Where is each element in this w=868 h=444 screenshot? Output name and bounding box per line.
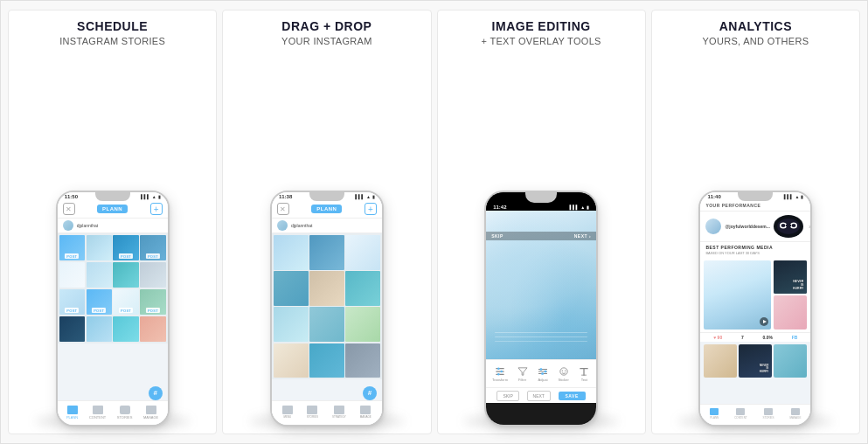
svg-rect-15	[786, 225, 791, 226]
tool-sticker[interactable]: Sticker	[558, 366, 570, 382]
adjust-label: Adjust	[538, 378, 548, 382]
grid-cell-6[interactable]	[87, 262, 112, 288]
nav-item-strategy[interactable]: STRATEGY	[332, 406, 346, 419]
dd-cell-4[interactable]	[274, 271, 309, 306]
dd-cell-2[interactable]	[309, 235, 344, 270]
grid-cell-9[interactable]: POST	[59, 289, 85, 315]
dd-cell-8[interactable]	[309, 307, 344, 342]
analytics-bottom-grid: NEVERISHURRY	[700, 342, 810, 380]
wifi-icon-2: ▲	[366, 194, 371, 199]
tool-adjust[interactable]: Adjust	[537, 366, 549, 382]
post-label: POST	[92, 308, 106, 313]
phone-screen-3: 11:42 ▌▌▌ ▲ ▮	[486, 192, 596, 425]
nav-item-stories[interactable]: STORIES	[117, 406, 133, 420]
grid-cell-2[interactable]	[87, 235, 112, 260]
tool-text[interactable]: Text	[578, 366, 590, 382]
analytics-media-row: NEVER IS HURRY	[700, 258, 810, 332]
nav-item-manage[interactable]: MANAGE	[143, 406, 158, 420]
grid-cell-15[interactable]	[113, 316, 138, 342]
time-3: 11:42	[493, 205, 506, 210]
battery-3: ▮	[587, 205, 589, 210]
nav-item-content[interactable]: CONTENT	[89, 406, 106, 420]
analytics-nav-stories[interactable]: STORIES	[762, 408, 774, 420]
grid-1: POST POST POST POST POST POST POST	[58, 233, 168, 343]
card-title-analytics: ANALYTICS	[719, 19, 792, 34]
nav-icon-plann	[67, 406, 78, 414]
dd-cell-5[interactable]	[309, 271, 344, 306]
skip-button[interactable]: SKIP	[496, 391, 518, 401]
signal-icon-1: ▌▌▌	[141, 194, 150, 199]
feature-card-drag-drop: DRAG + DROP YOUR INSTAGRAM 11:38 ▌▌▌ ▲ ▮	[222, 10, 431, 434]
nav-item-manage2[interactable]: MANAGE	[360, 406, 372, 419]
grid-cell-1[interactable]: POST	[59, 235, 85, 260]
grid-cell-14[interactable]	[87, 316, 112, 342]
analytics-grid-item-2[interactable]	[774, 344, 807, 378]
nav-item-menu[interactable]: MENU	[282, 406, 293, 419]
dd-cell-1[interactable]	[274, 235, 309, 270]
grid-cell-16[interactable]	[140, 316, 165, 342]
svg-point-2	[497, 373, 500, 376]
tool-filter[interactable]: Filter	[517, 366, 529, 382]
username-avatar-1	[63, 220, 73, 231]
dd-cell-3[interactable]	[345, 235, 380, 270]
nav-label-stories: STORIES	[117, 415, 133, 420]
media-thumb-1[interactable]: NEVER IS HURRY	[774, 260, 807, 294]
svg-rect-5	[545, 371, 547, 373]
dd-cell-6[interactable]	[345, 271, 380, 306]
grid-cell-10[interactable]: POST	[87, 289, 112, 315]
analytics-grid-item-0[interactable]	[704, 344, 737, 378]
grid-cell-5[interactable]	[59, 262, 85, 288]
dd-cell-7[interactable]	[274, 307, 309, 342]
save-button[interactable]: SAVE	[559, 392, 586, 400]
phone-wrapper-2: 11:38 ▌▌▌ ▲ ▮ ✕ PLANN + djp	[230, 53, 423, 427]
media-main-thumb[interactable]	[704, 260, 771, 330]
media-thumb-2[interactable]	[774, 295, 807, 329]
post-label: POST	[119, 253, 133, 259]
svg-point-9	[565, 371, 566, 371]
dd-cell-11[interactable]	[309, 343, 344, 378]
analytics-grid-item-1[interactable]: NEVERISHURRY	[739, 344, 772, 378]
skip-btn-label[interactable]: SKIP	[491, 233, 503, 239]
analytics-nav-plann[interactable]: PLANN	[710, 408, 719, 420]
status-icons-1: ▌▌▌ ▲ ▮	[141, 194, 161, 199]
grid-cell-8[interactable]	[140, 262, 165, 288]
add-btn-1[interactable]: +	[150, 203, 163, 215]
tool-transform[interactable]: Transform	[492, 366, 508, 382]
play-icon[interactable]	[760, 317, 768, 326]
stat-fb-val: FB	[792, 335, 798, 340]
mask-icon	[774, 215, 803, 238]
grid-cell-4[interactable]: POST	[140, 235, 165, 260]
analytics-nav-content[interactable]: CONTENT	[734, 408, 747, 420]
grid-cell-12[interactable]: POST	[140, 289, 165, 315]
grid-cell-3[interactable]: POST	[113, 235, 138, 260]
nav-item-plann[interactable]: PLANN	[66, 406, 78, 420]
close-btn-2[interactable]: ✕	[277, 203, 289, 215]
filter-label: Filter	[518, 378, 526, 382]
dd-cell-9[interactable]	[345, 307, 380, 342]
grid-cell-7[interactable]	[113, 262, 138, 288]
next-btn-top[interactable]: NEXT ›	[574, 233, 591, 239]
svg-point-14	[791, 224, 795, 227]
analytics-nav-manage[interactable]: MANAGE	[789, 408, 801, 420]
battery-icon-1: ▮	[158, 194, 161, 199]
nav-item-stories2[interactable]: STORIES	[307, 406, 318, 419]
close-btn-1[interactable]: ✕	[63, 203, 75, 215]
add-btn-2[interactable]: +	[365, 203, 377, 215]
dd-cell-12[interactable]	[345, 343, 380, 378]
feature-card-schedule: SCHEDULE INSTAGRAM STORIES 11:50 ▌▌▌ ▲ ▮	[8, 10, 217, 434]
analytics-nav-dot-stories	[764, 408, 773, 415]
hash-badge-1[interactable]: #	[149, 386, 163, 400]
dd-cell-10[interactable]	[274, 343, 309, 378]
grid-cell-11[interactable]: POST	[113, 289, 138, 315]
grid-cell-13[interactable]	[59, 316, 85, 342]
nav-icon-content	[93, 406, 103, 414]
stat-comments-val: 7	[741, 335, 744, 340]
sticker-icon	[558, 366, 570, 377]
phone-4: 11:40 ▌▌▌ ▲ ▮ YOUR PERFORMANCE	[698, 191, 812, 427]
adjust-icon	[537, 366, 549, 377]
card-subtitle-schedule: INSTAGRAM STORIES	[59, 36, 165, 46]
hash-badge-2[interactable]: #	[363, 386, 377, 400]
nav-label-manage2: MANAGE	[360, 415, 372, 419]
analytics-nav-label-plann: PLANN	[710, 416, 719, 420]
next-button[interactable]: NEXT	[527, 391, 551, 401]
